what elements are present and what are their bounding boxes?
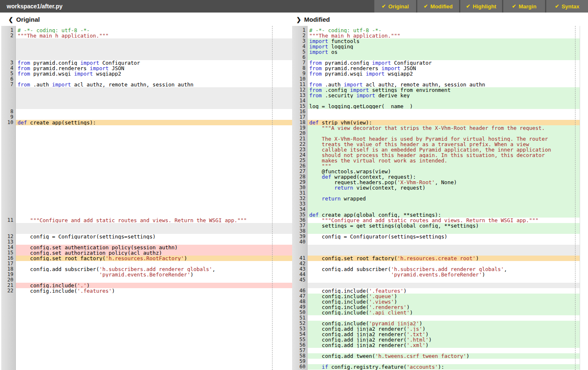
code-text — [16, 136, 292, 142]
code-line: 8 — [0, 109, 292, 114]
diff-view: 1# -*- coding: utf-8 -*-2"""The main h a… — [0, 26, 588, 370]
code-text — [16, 147, 292, 152]
chevron-left-icon[interactable]: ❮ — [8, 16, 13, 23]
code-text — [308, 109, 580, 114]
title-bar: workspace1/after.py ✔ Original ✔ Modifie… — [0, 0, 588, 13]
line-number — [292, 245, 308, 250]
code-text: config.include('.api_client') — [308, 310, 580, 315]
line-number — [0, 190, 16, 196]
code-text — [16, 158, 292, 163]
code-line: 33 — [292, 201, 580, 207]
code-line: 22 config.include('.features') — [0, 288, 292, 294]
code-line — [0, 147, 292, 152]
modified-pane-title: Modified — [304, 16, 330, 23]
code-text — [16, 87, 292, 93]
code-line: 9from pyramid.wsgi import wsgiapp2 — [292, 71, 580, 76]
line-number: 7 — [0, 82, 16, 87]
code-text: 'pyramid.events.BeforeRender') — [16, 272, 292, 277]
code-text: 'pyramid.events.BeforeRender') — [308, 272, 580, 277]
check-icon: ✔ — [381, 3, 386, 9]
line-number: 60 — [292, 364, 308, 370]
check-icon: ✔ — [555, 3, 559, 9]
toggle-syntax-button[interactable]: ✔ Syntax — [546, 0, 588, 13]
line-number — [0, 125, 16, 131]
original-code-rows: 1# -*- coding: utf-8 -*-2"""The main h a… — [0, 26, 292, 294]
code-text: config.set_root_factory('h.resources.Roo… — [16, 256, 292, 261]
code-line: 10def create_app(settings): — [0, 120, 292, 125]
code-text — [308, 239, 580, 245]
line-number: 11 — [0, 218, 16, 223]
line-number: 8 — [0, 109, 16, 114]
code-text: log = logging.getLogger(__name__) — [308, 104, 580, 109]
toggle-syntax-label: Syntax — [562, 3, 580, 10]
toggle-highlight-button[interactable]: ✔ Highlight — [460, 0, 502, 13]
code-text: from pyramid.wsgi import wsgiapp2 — [16, 71, 292, 76]
code-line: 40 — [292, 239, 580, 245]
check-icon: ✔ — [466, 3, 470, 9]
toggle-original-button[interactable]: ✔ Original — [374, 0, 416, 13]
line-number — [0, 147, 16, 152]
code-line: 44 'pyramid.events.BeforeRender') — [292, 272, 580, 277]
line-number — [0, 158, 16, 163]
modified-code-rows: 1# -*- coding: utf-8 -*-2"""The main h a… — [292, 26, 580, 370]
code-line: 50 config.include('.api_client') — [292, 310, 580, 315]
code-line — [0, 131, 292, 136]
code-line: 32 return wrapped — [292, 196, 580, 201]
code-line — [0, 223, 292, 228]
code-line — [0, 180, 292, 185]
code-line: 7from .auth import acl_authz, remote_aut… — [0, 82, 292, 87]
code-line: 5from pyramid.wsgi import wsgiapp2 — [0, 71, 292, 76]
code-text: """A view decorator that strips the X-Vh… — [308, 125, 580, 131]
line-number: 40 — [292, 239, 308, 245]
line-number — [0, 207, 16, 212]
code-line — [0, 136, 292, 142]
code-text: config = Configurator(settings=settings) — [16, 234, 292, 239]
code-line — [0, 158, 292, 163]
code-text: return wrapped — [308, 196, 580, 201]
code-text — [16, 104, 292, 109]
line-number — [0, 38, 16, 44]
code-text: config.add_tween('h.tweens.csrf_tween_fa… — [308, 353, 580, 359]
code-text — [16, 169, 292, 174]
code-text — [16, 98, 292, 104]
code-line: 45 — [292, 277, 580, 283]
code-text: config.add_jinja2_renderer('.xml') — [308, 342, 580, 348]
code-line — [0, 190, 292, 196]
chevron-right-icon[interactable]: ❯ — [296, 16, 301, 23]
code-line: 41 config.set_root_factory('h.resources.… — [292, 256, 580, 261]
code-text: import os — [308, 49, 580, 55]
toggle-modified-button[interactable]: ✔ Modified — [417, 0, 459, 13]
code-text — [308, 201, 580, 207]
line-number — [0, 201, 16, 207]
code-line — [0, 49, 292, 55]
code-text: if config.registry.feature('accounts'): — [308, 364, 580, 370]
code-text: return view(context, request) — [308, 185, 580, 190]
code-line — [0, 98, 292, 104]
line-number: 10 — [0, 120, 16, 125]
original-code-pane[interactable]: 1# -*- coding: utf-8 -*-2"""The main h a… — [0, 26, 292, 370]
line-number: 3 — [0, 60, 16, 66]
code-line: 12 config = Configurator(settings=settin… — [0, 234, 292, 239]
line-number: 2 — [0, 33, 16, 38]
line-number — [0, 104, 16, 109]
code-text — [16, 152, 292, 158]
code-line — [0, 87, 292, 93]
code-line — [0, 142, 292, 147]
toggle-margin-button[interactable]: ✔ Margin — [503, 0, 545, 13]
code-text — [16, 49, 292, 55]
code-text — [16, 201, 292, 207]
modified-code-pane[interactable]: 1# -*- coding: utf-8 -*-2"""The main h a… — [292, 26, 580, 370]
window-title: workspace1/after.py — [0, 0, 373, 13]
line-number: 22 — [0, 288, 16, 294]
code-line: 5import os — [292, 49, 580, 55]
code-text — [16, 196, 292, 201]
line-number — [0, 55, 16, 60]
line-number — [0, 136, 16, 142]
margin-line — [575, 26, 575, 370]
code-line: 19 'pyramid.events.BeforeRender') — [0, 272, 292, 277]
code-line — [0, 38, 292, 44]
code-line — [0, 196, 292, 201]
code-text: config = Configurator(settings=settings) — [308, 234, 580, 239]
code-text: """The main h application.""" — [16, 33, 292, 38]
line-number: 5 — [0, 71, 16, 76]
